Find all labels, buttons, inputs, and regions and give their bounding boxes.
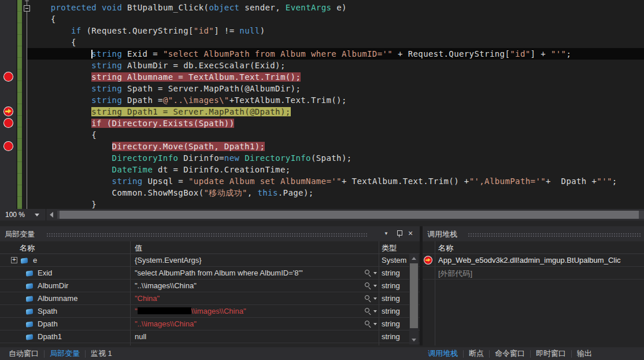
current-frame-arrow-icon (424, 256, 432, 264)
tab-right-3[interactable]: 即时窗口 (531, 347, 571, 360)
code-line[interactable]: string Exid = "select AlbumPath from Alb… (10, 48, 644, 60)
code-token: "'" (551, 49, 567, 58)
locals-row[interactable]: e {System.EventArgs} System.EventArgs (0, 254, 420, 267)
code-token: .Page); (278, 188, 314, 197)
window-position-chevron-icon[interactable]: ▼ (382, 229, 391, 238)
tab-left-1[interactable]: 局部变量 (45, 347, 85, 360)
locals-panel-title: 局部变量 (5, 229, 35, 240)
field-icon (26, 270, 33, 277)
code-line[interactable]: DateTime dt = Dirinfo.CreationTime; (10, 164, 644, 175)
code-token: "移动成功" (204, 188, 247, 197)
current-statement-arrow-icon (5, 109, 12, 114)
code-token (97, 3, 102, 12)
vertical-scrollbar[interactable] (409, 254, 419, 344)
code-token: protected (51, 3, 97, 12)
zoom-selector[interactable]: 100 % (0, 209, 46, 221)
code-token: Common.ShowMsgBox( (112, 188, 204, 197)
variable-type: System.EventArgs (382, 256, 407, 265)
code-line[interactable]: string AlbumDir = db.ExecScalar(Exid); (10, 60, 644, 71)
code-line[interactable]: DirectoryInfo Dirinfo=new DirectoryInfo(… (10, 152, 644, 164)
field-icon (26, 321, 33, 328)
fold-scope-line (27, 0, 27, 209)
code-line[interactable]: string Dpath =@"..\images\"+TextAlbum.Te… (10, 94, 644, 106)
code-token: string (112, 177, 143, 186)
code-line[interactable]: string Albumname = TextAlbum.Text.Trim()… (10, 71, 644, 83)
code-token: , (247, 188, 258, 197)
locals-row[interactable]: AlbumDir "..\\images\\China" string (0, 280, 420, 292)
variable-value: "..\\images\\China" (135, 319, 365, 328)
expand-plus-icon[interactable] (11, 257, 17, 263)
locals-row[interactable]: Dpath "..\\images\\China" string (0, 318, 420, 330)
code-token: BtUpalbum_Click( (122, 3, 209, 12)
code-line[interactable]: } (10, 199, 644, 209)
code-token: if (71, 26, 82, 35)
code-line[interactable]: string Upsql = "update Album set AlbumNa… (10, 175, 644, 187)
variable-type: string (382, 269, 407, 277)
variable-name: Spath (38, 307, 57, 315)
variable-name: Exid (38, 269, 52, 277)
breakpoint-icon[interactable] (4, 72, 13, 81)
tab-right-4[interactable]: 输出 (572, 347, 597, 360)
scroll-down-arrow-icon[interactable] (412, 339, 416, 341)
code-area[interactable]: protected void BtUpalbum_Click(object se… (10, 2, 644, 209)
code-token: { (91, 130, 97, 139)
magnifier-icon[interactable] (364, 269, 378, 277)
magnifier-icon[interactable] (364, 295, 378, 303)
locals-panel-header[interactable]: 局部变量 ▼ × (0, 226, 420, 241)
tab-right-0[interactable]: 调用堆栈 (423, 347, 463, 360)
current-statement-breakpoint-icon[interactable] (4, 107, 13, 116)
pin-icon[interactable] (395, 229, 402, 237)
callstack-frame-row[interactable]: App_Web_e5odv3k2.dll!admin_imgup.BtUpalb… (423, 254, 644, 267)
callstack-frame-row[interactable]: [外部代码] (423, 267, 644, 280)
close-icon[interactable]: × (406, 229, 415, 238)
tab-left-0[interactable]: 自动窗口 (3, 347, 44, 360)
code-line[interactable]: protected void BtUpalbum_Click(object se… (10, 2, 644, 13)
code-token: + Dpath + (546, 177, 597, 186)
vertical-scrollbar-thumb[interactable] (410, 263, 418, 328)
locals-panel: 局部变量 ▼ × 名称 值 类型 e {System.EventArgs} Sy… (0, 226, 420, 346)
locals-row[interactable]: Spath "\\images\\China" string (0, 305, 420, 318)
code-line[interactable]: if (Directory.Exists(Spath)) (10, 117, 644, 129)
code-token: object (209, 3, 239, 12)
code-token: ] + (531, 49, 551, 58)
redaction-box (138, 307, 191, 314)
tab-left-2[interactable]: 监视 1 (86, 347, 117, 360)
field-icon (26, 334, 33, 340)
code-editor: protected void BtUpalbum_Click(object se… (0, 0, 644, 209)
breakpoint-margin[interactable] (0, 0, 16, 209)
code-line[interactable]: { (10, 13, 644, 25)
variable-type: string (382, 307, 407, 315)
variable-value: "China" (135, 294, 365, 303)
variable-name: Albumname (38, 294, 77, 303)
scroll-left-arrow-icon[interactable] (50, 212, 53, 218)
scroll-up-arrow-icon[interactable] (412, 257, 416, 260)
locals-row[interactable]: Dpath1 null string (0, 330, 420, 343)
locals-row[interactable]: Exid "select AlbumPath from Album where … (0, 267, 420, 280)
variable-type: string (382, 332, 407, 341)
magnifier-icon[interactable] (364, 320, 378, 328)
variable-type: string (382, 281, 407, 290)
collapse-region-icon[interactable] (24, 5, 30, 12)
code-token: string (91, 49, 122, 58)
code-token: DirectoryInfo (112, 153, 179, 163)
code-line[interactable]: { (10, 36, 644, 48)
field-icon (26, 296, 33, 302)
magnifier-icon[interactable] (364, 282, 378, 290)
locals-row[interactable]: Albumname "China" string (0, 292, 420, 305)
code-line[interactable]: { (10, 129, 644, 141)
breakpoint-icon[interactable] (4, 142, 13, 150)
code-token: AlbumDir = db.ExecScalar(Exid); (122, 61, 286, 70)
code-token: +TextAlbum.Text.Trim(); (230, 95, 347, 105)
code-line[interactable]: Common.ShowMsgBox("移动成功", this.Page); (10, 187, 644, 199)
code-line[interactable]: if (Request.QueryString["id"] != null) (10, 25, 644, 36)
tab-right-1[interactable]: 断点 (464, 347, 489, 360)
breakpoint-icon[interactable] (4, 119, 13, 127)
code-line[interactable]: string Dpath1 = Server.MapPath(@Dpath); (10, 106, 644, 117)
horizontal-scrollbar-thumb[interactable] (60, 211, 639, 219)
code-token: { (51, 14, 56, 24)
code-line[interactable]: Directory.Move(Spath, Dpath1); (10, 141, 644, 152)
magnifier-icon[interactable] (364, 307, 378, 315)
callstack-panel-header[interactable]: 调用堆栈 (423, 226, 644, 241)
code-line[interactable]: string Spath = Server.MapPath(@AlbumDir)… (10, 83, 644, 94)
tab-right-2[interactable]: 命令窗口 (490, 347, 530, 360)
